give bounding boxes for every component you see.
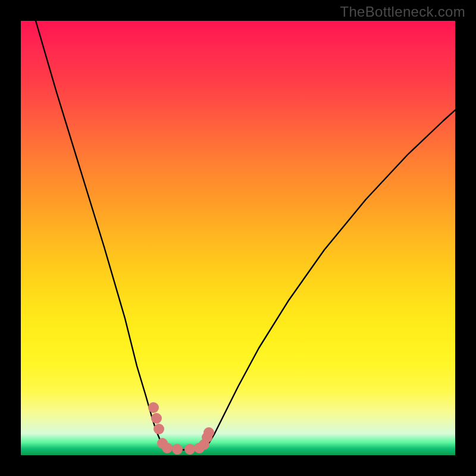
valley-marker (162, 443, 173, 453)
curve-layer (21, 21, 455, 455)
plot-area (21, 21, 455, 455)
watermark-text: TheBottleneck.com (340, 4, 465, 20)
valley-marker (151, 413, 162, 424)
curve-left-branch (36, 21, 165, 448)
valley-marker (203, 427, 214, 438)
valley-marker (154, 424, 164, 434)
curve-right-branch (205, 110, 455, 447)
valley-marker (184, 444, 195, 455)
valley-marker (148, 402, 159, 413)
chart-frame: TheBottleneck.com (0, 0, 476, 476)
valley-marker (172, 444, 183, 455)
